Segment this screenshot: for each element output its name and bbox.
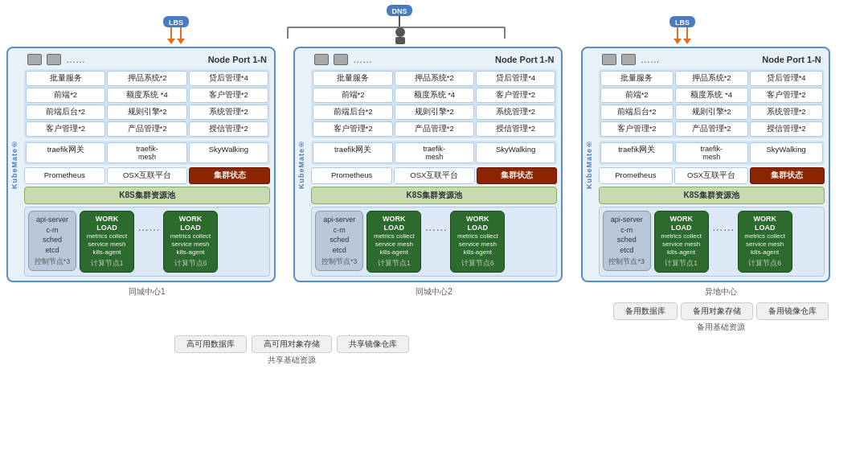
skywalking-2: SkyWalking <box>476 142 555 163</box>
clusters-row: KubeMate® …… Node Port 1-N 批量服务 押品系统*2 <box>6 47 862 333</box>
monitor-icon-6 <box>621 54 636 65</box>
work-items-1-2: metrics collectservice meshk8s-agent <box>168 232 213 257</box>
cluster-1: KubeMate® …… Node Port 1-N 批量服务 押品系统*2 <box>6 47 287 298</box>
svc-3-8: 规则引擎*2 <box>675 105 748 120</box>
dots-node-2: …… <box>424 211 447 233</box>
svg-point-8 <box>395 27 405 37</box>
svg-rect-9 <box>395 37 405 44</box>
backup-row: 备用数据库 备用对象存储 备用镜像仓库 <box>613 302 829 320</box>
svg-marker-5 <box>177 39 185 44</box>
svc-3-3: 贷后管理*4 <box>750 71 823 86</box>
prometheus-1: Prometheus <box>24 167 105 184</box>
work-sub-2-2: 计算节点6 <box>455 259 500 269</box>
bottom-resources: 高可用数据库 高可用对象存储 共享镜像仓库 共享基础资源 <box>6 335 862 366</box>
svc-2-4: 前端*2 <box>313 88 392 103</box>
dots-node-3: …… <box>712 211 735 233</box>
traefik-mesh-1: traefik-mesh <box>107 142 186 163</box>
svc-3-6: 客户管理*2 <box>750 88 823 103</box>
work-sub-1-2: 计算节点6 <box>168 259 213 269</box>
backup-registry: 备用镜像仓库 <box>756 302 829 320</box>
service-grid-1: 批量服务 押品系统*2 贷后管理*4 前端*2 额度系统 *4 客户管理*2 前… <box>24 69 270 138</box>
control-subtitle-1: 控制节点*3 <box>33 257 72 267</box>
work-title-2-1: WORKLOAD <box>371 215 416 232</box>
monitor-icon-1 <box>27 54 42 65</box>
work-node-1-1: WORKLOAD metrics collectservice meshk8s-… <box>80 211 134 273</box>
svg-text:DNS: DNS <box>391 7 407 15</box>
control-node-1: api-serverc-mschedetcd 控制节点*3 <box>28 211 76 271</box>
svc-2-12: 授信管理*2 <box>476 121 555 137</box>
kubemate-label-3: KubeMate® <box>585 48 593 281</box>
dots-2: …… <box>353 54 372 65</box>
node-icons-2: …… <box>314 54 372 65</box>
svc-1-10: 客户管理*2 <box>26 121 105 137</box>
skywalking-1: SkyWalking <box>189 142 268 163</box>
backup-label: 备用基础资源 <box>697 322 745 333</box>
svg-text:LBS: LBS <box>675 18 690 27</box>
k8s-pool-1: K8S集群资源池 <box>24 187 270 204</box>
page-layout: LBS DNS LBS <box>0 0 868 371</box>
backup-resources: 备用数据库 备用对象存储 备用镜像仓库 备用基础资源 <box>581 302 862 333</box>
svc-1-3: 贷后管理*4 <box>189 71 268 86</box>
shared-label: 共享基础资源 <box>268 355 316 366</box>
monitor-icon-5 <box>602 54 616 65</box>
shared-storage: 高可用对象存储 <box>252 335 332 353</box>
shared-resources: 高可用数据库 高可用对象存储 共享镜像仓库 共享基础资源 <box>6 335 576 366</box>
osx-1: OSX互联平台 <box>107 167 188 184</box>
prometheus-3: Prometheus <box>599 167 673 184</box>
traefik-gw-3: traefik网关 <box>600 142 674 163</box>
cluster-status-1: 集群状态 <box>189 167 270 184</box>
svg-marker-3 <box>167 39 175 44</box>
infra-3: Prometheus OSX互联平台 集群状态 <box>599 167 825 184</box>
work-sub-1-1: 计算节点1 <box>84 259 129 269</box>
node-port-1: Node Port 1-N <box>208 55 267 64</box>
node-icons-3: …… <box>602 54 660 65</box>
cluster-1-border: KubeMate® …… Node Port 1-N 批量服务 押品系统*2 <box>6 47 276 282</box>
work-sub-2-1: 计算节点1 <box>371 259 416 269</box>
svc-3-9: 系统管理*2 <box>750 105 823 120</box>
svc-3-12: 授信管理*2 <box>750 121 823 137</box>
work-items-3-1: metrics collectservice meshk8s-agent <box>659 232 704 257</box>
svc-3-7: 前端后台*2 <box>600 105 674 120</box>
cluster-2-border: KubeMate® …… Node Port 1-N 批量服务 押品系统*2 贷… <box>293 47 563 282</box>
tools-1: traefik网关 traefik-mesh SkyWalking <box>24 141 270 165</box>
monitor-icon-4 <box>334 54 348 65</box>
work-title-1-2: WORKLOAD <box>168 215 213 232</box>
svg-rect-6 <box>387 5 412 16</box>
svc-1-4: 前端*2 <box>26 88 105 103</box>
work-title-3-2: WORKLOAD <box>743 215 788 232</box>
nodes-1: api-serverc-mschedetcd 控制节点*3 WORKLOAD m… <box>24 207 270 277</box>
control-subtitle-2: 控制节点*3 <box>320 257 358 267</box>
work-sub-3-2: 计算节点6 <box>743 259 788 269</box>
datacenter-3: 异地中心 <box>581 285 862 298</box>
prometheus-2: Prometheus <box>311 167 392 184</box>
work-items-2-2: metrics collectservice meshk8s-agent <box>455 232 500 257</box>
svc-2-2: 押品系统*2 <box>395 71 474 86</box>
control-items-1: api-serverc-mschedetcd <box>33 215 72 255</box>
dots-3: …… <box>641 54 660 65</box>
control-node-2: api-serverc-mschedetcd 控制节点*3 <box>315 211 363 271</box>
work-node-3-1: WORKLOAD metrics collectservice meshk8s-… <box>654 211 709 273</box>
control-items-2: api-serverc-mschedetcd <box>320 215 358 255</box>
infra-2: Prometheus OSX互联平台 集群状态 <box>311 167 557 184</box>
nodes-row-1: api-serverc-mschedetcd 控制节点*3 WORKLOAD m… <box>28 211 266 273</box>
svc-2-1: 批量服务 <box>313 71 392 86</box>
svc-1-6: 客户管理*2 <box>189 88 268 103</box>
traefik-gw-1: traefik网关 <box>26 142 105 163</box>
svc-3-5: 额度系统 *4 <box>675 88 748 103</box>
header-row: LBS DNS LBS <box>6 5 862 45</box>
traefik-mesh-2: traefik-mesh <box>395 142 474 163</box>
svc-2-10: 客户管理*2 <box>313 121 392 137</box>
svg-text:LBS: LBS <box>169 18 183 27</box>
connection-svg: LBS DNS LBS <box>6 5 862 45</box>
control-node-3: api-serverc-mschedetcd 控制节点*3 <box>603 211 651 271</box>
dots-1: …… <box>66 54 85 65</box>
node-header-2: …… Node Port 1-N <box>311 52 557 67</box>
k8s-pool-3: K8S集群资源池 <box>599 187 825 204</box>
svc-2-5: 额度系统 *4 <box>395 88 474 103</box>
cluster-status-2: 集群状态 <box>477 167 558 184</box>
nodes-2: api-serverc-mschedetcd 控制节点*3 WORKLOAD m… <box>311 207 557 277</box>
cluster-status-3: 集群状态 <box>750 167 824 184</box>
svg-marker-20 <box>683 39 691 44</box>
work-items-2-1: metrics collectservice meshk8s-agent <box>371 232 416 257</box>
node-icons-1: …… <box>27 54 85 65</box>
